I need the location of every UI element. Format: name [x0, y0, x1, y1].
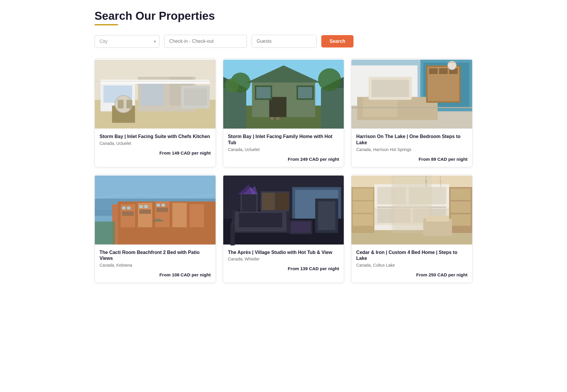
property-price: From 89 CAD per night [356, 157, 467, 162]
city-select[interactable]: CityAll CitiesUclueletHarrison Hot Sprin… [94, 35, 159, 48]
property-location: Canada, Cultus Lake [356, 263, 467, 268]
svg-rect-68 [122, 211, 133, 216]
svg-rect-92 [291, 222, 311, 233]
property-location: Canada, Ucluelet [228, 147, 339, 152]
svg-rect-13 [184, 88, 207, 106]
svg-rect-46 [429, 68, 438, 74]
svg-rect-116 [426, 216, 449, 221]
svg-rect-100 [353, 188, 373, 200]
property-image-wrapper [351, 59, 472, 129]
property-info: Storm Bay | Inlet Facing Family Home wit… [223, 129, 344, 167]
svg-point-90 [231, 222, 234, 225]
svg-rect-82 [242, 194, 256, 211]
svg-rect-89 [230, 224, 235, 245]
guests-input[interactable] [252, 35, 317, 48]
svg-rect-71 [95, 222, 115, 245]
property-info: The Cacti Room Beachfront 2 Bed with Pat… [95, 245, 216, 283]
property-image-wrapper [351, 175, 472, 245]
svg-rect-24 [223, 88, 246, 129]
svg-rect-87 [262, 193, 275, 210]
property-card[interactable]: Cedar & Iron | Custom 4 Bed Home | Steps… [351, 174, 472, 283]
page-title: Search Our Properties [94, 9, 472, 22]
property-title: Harrison On The Lake | One Bedroom Steps… [356, 134, 467, 146]
svg-rect-64 [139, 205, 143, 208]
svg-rect-104 [451, 201, 471, 213]
svg-rect-22 [256, 87, 271, 99]
property-card[interactable]: Storm Bay | Inlet Facing Family Home wit… [223, 58, 344, 167]
svg-rect-31 [271, 117, 273, 120]
property-info: The Après | Village Studio with Hot Tub … [223, 245, 344, 277]
svg-point-29 [225, 78, 239, 93]
svg-rect-94 [318, 201, 335, 230]
svg-rect-62 [122, 206, 126, 209]
property-image-wrapper [95, 59, 216, 129]
svg-rect-80 [239, 213, 282, 227]
search-bar: CityAll CitiesUclueletHarrison Hot Sprin… [94, 35, 472, 48]
svg-rect-102 [353, 214, 373, 226]
property-card[interactable]: Harrison On The Lake | One Bedroom Steps… [351, 58, 472, 167]
properties-grid: Storm Bay | Inlet Facing Suite with Chef… [94, 58, 472, 283]
svg-rect-47 [439, 68, 448, 74]
property-location: Canada, Kelowna [100, 263, 211, 268]
svg-rect-32 [276, 117, 279, 120]
dates-input[interactable] [164, 35, 247, 48]
svg-rect-101 [353, 201, 373, 213]
svg-rect-63 [127, 206, 131, 209]
svg-rect-66 [157, 204, 160, 206]
svg-rect-67 [162, 204, 165, 206]
property-title: The Après | Village Studio with Hot Tub … [228, 250, 339, 256]
svg-rect-105 [451, 214, 471, 226]
svg-rect-9 [118, 100, 123, 108]
svg-rect-103 [451, 188, 471, 200]
property-image-wrapper [223, 175, 344, 245]
city-select-wrapper: CityAll CitiesUclueletHarrison Hot Sprin… [94, 35, 159, 48]
property-location: Canada, Whistler [228, 257, 339, 261]
property-info: Storm Bay | Inlet Facing Suite with Chef… [95, 129, 216, 161]
property-location: Canada, Ucluelet [100, 141, 211, 146]
property-price: From 108 CAD per night [100, 272, 211, 277]
property-title: Storm Bay | Inlet Facing Suite with Chef… [100, 134, 211, 140]
svg-rect-60 [172, 203, 187, 227]
property-info: Cedar & Iron | Custom 4 Bed Home | Steps… [351, 245, 472, 283]
search-button[interactable]: Search [321, 35, 353, 47]
property-title: Storm Bay | Inlet Facing Family Home wit… [228, 134, 339, 146]
property-price: From 249 CAD per night [228, 157, 339, 162]
property-price: From 149 CAD per night [100, 150, 211, 155]
property-title: The Cacti Room Beachfront 2 Bed with Pat… [100, 250, 211, 262]
svg-rect-65 [144, 205, 148, 208]
svg-rect-70 [157, 208, 168, 212]
property-price: From 139 CAD per night [228, 266, 339, 271]
svg-rect-10 [126, 100, 132, 108]
svg-rect-61 [190, 204, 204, 227]
property-card[interactable]: The Après | Village Studio with Hot Tub … [223, 174, 344, 283]
svg-rect-19 [269, 97, 286, 117]
property-card[interactable]: The Cacti Room Beachfront 2 Bed with Pat… [94, 174, 216, 283]
svg-rect-23 [298, 87, 312, 99]
svg-rect-11 [100, 80, 210, 84]
svg-rect-43 [372, 80, 409, 97]
svg-point-30 [318, 68, 341, 91]
svg-rect-69 [139, 209, 151, 214]
property-image-wrapper [223, 59, 344, 129]
property-price: From 250 CAD per night [356, 272, 467, 277]
property-location: Canada, Harrison Hot Springs [356, 147, 467, 152]
svg-rect-27 [321, 88, 344, 129]
property-card[interactable]: Storm Bay | Inlet Facing Suite with Chef… [94, 58, 216, 167]
svg-rect-51 [351, 107, 472, 108]
property-info: Harrison On The Lake | One Bedroom Steps… [351, 129, 472, 167]
property-image-wrapper [95, 175, 216, 245]
svg-rect-88 [276, 193, 289, 210]
title-underline [94, 24, 118, 25]
property-title: Cedar & Iron | Custom 4 Bed Home | Steps… [356, 250, 467, 262]
